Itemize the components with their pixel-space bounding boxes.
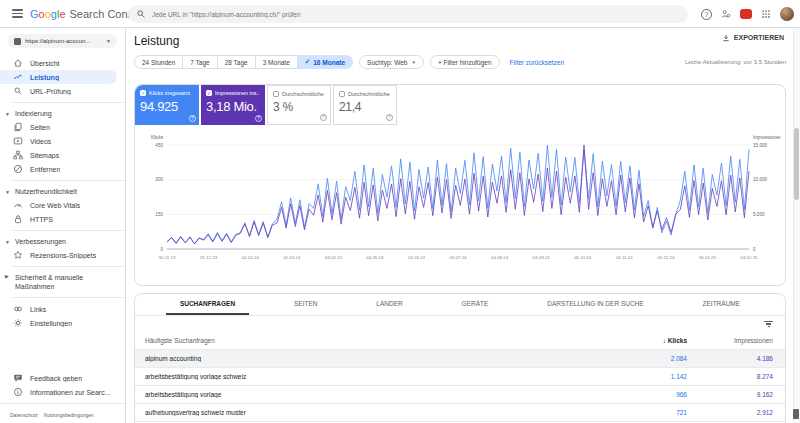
date-range-chips: 24 Stunden 7 Tage 28 Tage 3 Monate ✓ 16 … (134, 55, 353, 69)
sidebar-item-info[interactable]: Informationen zur Searc... (0, 385, 125, 399)
star-icon (13, 250, 23, 260)
sitemap-icon (13, 150, 23, 160)
pages-icon (13, 122, 23, 132)
search-type-dropdown[interactable]: Suchtyp: Web ▼ (359, 55, 424, 69)
magnifier-icon (13, 86, 23, 96)
table-row[interactable]: arbeitsbestätigung vorlage schweiz 1.142… (135, 368, 785, 386)
divider (12, 102, 125, 103)
performance-line-chart[interactable]: 45015.00030010.0001505.00000KlicksImpres… (139, 133, 783, 281)
svg-text:05.07.24: 05.07.24 (449, 255, 467, 260)
help-icon[interactable]: ? (255, 115, 262, 122)
search-icon (136, 9, 146, 19)
svg-text:0: 0 (753, 247, 756, 252)
sidebar-item-feedback[interactable]: Feedback geben (0, 371, 125, 385)
chip-3-monate[interactable]: 3 Monate (256, 55, 298, 69)
apps-grid-icon[interactable] (761, 9, 771, 19)
sidebar-section-verbesserungen[interactable]: ▼ Verbesserungen (0, 235, 125, 248)
dimension-tabs: SUCHANFRAGEN SEITEN LÄNDER GERÄTE DARSTE… (135, 294, 785, 316)
svg-text:04.11.24: 04.11.24 (616, 255, 633, 260)
export-button[interactable]: EXPORTIEREN (722, 33, 784, 41)
top-app-bar: Google Search Console ? (0, 0, 800, 28)
chevron-down-icon: ▼ (411, 60, 415, 65)
svg-text:Impressionen: Impressionen (753, 135, 781, 140)
help-icon[interactable]: ? (701, 9, 712, 20)
sidebar-item-einstellungen[interactable]: Einstellungen (0, 316, 125, 330)
notifications-badge[interactable] (740, 9, 752, 19)
scroll-down-button[interactable] (793, 409, 799, 419)
avatar[interactable] (780, 7, 794, 21)
terms-link[interactable]: Nutzungsbedingungen (44, 412, 94, 418)
metric-card-ctr[interactable]: Durchschnittliche ... 3 % ? (267, 85, 331, 125)
checkbox-unchecked-icon[interactable] (339, 91, 345, 97)
scrollbar-thumb[interactable] (794, 128, 799, 200)
sidebar-item-videos[interactable]: Videos (0, 134, 125, 148)
sidebar-item-https[interactable]: HTTPS (0, 212, 125, 226)
sidebar-item-url-pruefung[interactable]: URL-Prüfung (0, 84, 125, 98)
help-icon[interactable]: ? (189, 115, 196, 122)
divider (12, 180, 125, 181)
sidebar-item-uebersicht[interactable]: Übersicht (0, 56, 125, 70)
sidebar-section-indexierung[interactable]: ▼ Indexierung (0, 107, 125, 120)
reset-filters-link[interactable]: Filter zurücksetzen (510, 59, 565, 66)
col-query-header[interactable]: Häufigste Suchanfragen (145, 337, 607, 344)
sidebar-item-seiten[interactable]: Seiten (0, 120, 125, 134)
tab-darstellung[interactable]: DARSTELLUNG IN DER SUCHE (533, 294, 657, 315)
caret-right-icon: ▶ (5, 273, 11, 280)
feedback-icon (13, 373, 23, 383)
sidebar-section-nutzerfreundlichkeit[interactable]: ▼ Nutzerfreundlichkeit (0, 185, 125, 198)
privacy-link[interactable]: Datenschutz (10, 412, 38, 418)
svg-text:450: 450 (155, 143, 163, 148)
help-icon[interactable]: ? (320, 114, 327, 121)
series-impressionen (167, 145, 749, 244)
metric-cards: ✓Klicks insgesamt 94.925 ? ✓Impressionen… (135, 85, 785, 125)
url-inspect-searchbox[interactable] (128, 5, 688, 23)
sidebar-item-entfernen[interactable]: Entfernen (0, 162, 125, 176)
table-row[interactable]: aufhebungsvertrag schweiz muster 721 2.9… (135, 404, 785, 422)
sidebar-item-leistung[interactable]: Leistung (0, 70, 117, 84)
svg-text:04.09.24: 04.09.24 (533, 255, 551, 260)
metric-value-ctr: 3 % (273, 100, 325, 114)
sidebar-section-sicherheit[interactable]: ▶ Sicherheit & manuelle Maßnahmen (0, 271, 125, 293)
chip-7-tage[interactable]: 7 Tage (183, 55, 217, 69)
performance-chart-icon (13, 72, 23, 82)
url-inspect-input[interactable] (152, 11, 680, 18)
svg-text:30.11.23: 30.11.23 (159, 255, 176, 260)
tab-zeitraeume[interactable]: ZEITRÄUME (689, 294, 755, 315)
metric-card-klicks[interactable]: ✓Klicks insgesamt 94.925 ? (135, 85, 199, 125)
tab-seiten[interactable]: SEITEN (280, 294, 331, 315)
metric-value-impressionen: 3,18 Mio. (206, 99, 260, 114)
gear-icon (13, 318, 23, 328)
tab-laender[interactable]: LÄNDER (362, 294, 416, 315)
property-selector[interactable]: https://alpinum-accoun... ▼ (8, 34, 117, 48)
checkbox-checked-icon[interactable]: ✓ (206, 90, 212, 96)
checkbox-unchecked-icon[interactable] (273, 91, 279, 97)
metric-card-impressionen[interactable]: ✓Impressionen ins... 3,18 Mio. ? (201, 85, 265, 125)
checkbox-checked-icon[interactable]: ✓ (140, 90, 146, 96)
svg-text:15.000: 15.000 (753, 143, 767, 148)
chip-24-stunden[interactable]: 24 Stunden (134, 55, 183, 69)
user-settings-icon[interactable] (721, 9, 731, 19)
sidebar-item-core-web-vitals[interactable]: Core Web Vitals (0, 198, 125, 212)
help-icon[interactable]: ? (386, 114, 393, 121)
svg-text:150: 150 (155, 212, 163, 217)
metric-card-position[interactable]: Durchschnittliche ... 21,4 ? (333, 85, 397, 125)
table-filter-icon[interactable] (764, 321, 773, 328)
col-impressions-header[interactable]: Impressionen (687, 337, 773, 344)
sidebar-item-sitemaps[interactable]: Sitemaps (0, 148, 125, 162)
vertical-scrollbar[interactable] (793, 28, 800, 423)
sidebar-item-links[interactable]: Links (0, 302, 125, 316)
col-clicks-header[interactable]: ↓ Klicks (607, 337, 687, 344)
add-filter-button[interactable]: + Filter hinzufügen (430, 55, 500, 69)
tab-suchanfragen[interactable]: SUCHANFRAGEN (166, 294, 249, 315)
menu-icon[interactable] (4, 9, 30, 18)
tab-geraete[interactable]: GERÄTE (448, 294, 503, 315)
sidebar-item-rezensions-snippets[interactable]: Rezensions-Snippets (0, 248, 125, 262)
chip-16-monate[interactable]: ✓ 16 Monate (298, 55, 353, 69)
svg-text:04.02.25: 04.02.25 (740, 255, 758, 260)
table-row[interactable]: arbeitsbestätigung vorlage 966 9.162 (135, 386, 785, 404)
svg-text:04.08.24: 04.08.24 (491, 255, 509, 260)
table-row[interactable]: alpinum accounting 2.084 4.186 (135, 350, 785, 368)
links-icon (13, 304, 23, 314)
chip-28-tage[interactable]: 28 Tage (218, 55, 256, 69)
caret-down-icon: ▼ (5, 111, 11, 117)
